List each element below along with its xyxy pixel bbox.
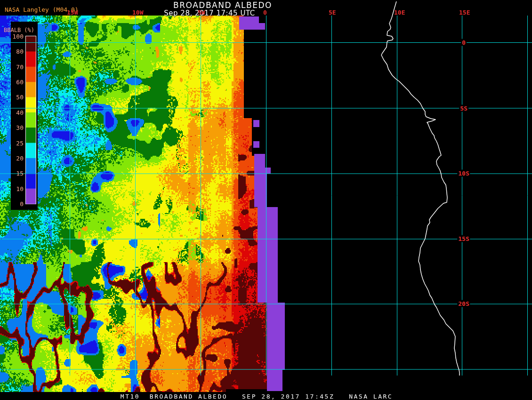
lat-label-15S: 15S [457, 235, 470, 242]
lon-label-10E: 10E [394, 9, 405, 16]
colorbar-tick-label-30: 30 [0, 124, 24, 131]
colorbar-tick-label-70: 70 [0, 63, 24, 70]
timestamp-label: Sep 28, 2017 17:45 UTC [0, 9, 419, 17]
albedo-field-canvas [0, 0, 532, 400]
lat-label-10S: 10S [457, 170, 470, 177]
footer-caption: MT10 BROADBAND ALBEDO SEP 28, 2017 17:45… [0, 393, 513, 400]
colorbar-tick-label-80: 80 [0, 48, 24, 55]
lon-label-15E: 15E [459, 9, 470, 16]
lon-label-10W: 10W [132, 9, 143, 16]
lon-label-5W: 5W [198, 9, 205, 16]
colorbar-tick-label-60: 60 [0, 79, 24, 86]
colorbar-tick-label-50: 50 [0, 94, 24, 101]
lon-label-15W: 15W [67, 9, 78, 16]
lat-label-0: 0 [461, 39, 467, 46]
colorbar-tick-label-20: 20 [0, 154, 24, 161]
lon-label-0: 0 [263, 9, 267, 16]
colorbar-tick-label-40: 40 [0, 109, 24, 116]
colorbar-tick-label-100: 100 [0, 33, 24, 40]
colorbar-tick-label-15: 15 [0, 170, 24, 177]
page-title: BROADBAND ALBEDO [0, 0, 445, 10]
lat-label-5S: 5S [459, 105, 468, 112]
lat-label-20S: 20S [457, 300, 470, 307]
albedo-map-page: NASA Langley (M04.0) BROADBAND ALBEDO Se… [0, 0, 532, 400]
lon-label-5E: 5E [329, 9, 336, 16]
colorbar-tick-label-10: 10 [0, 185, 24, 192]
colorbar-tick-label-25: 25 [0, 139, 24, 146]
colorbar-tick-label-0: 0 [0, 200, 24, 207]
